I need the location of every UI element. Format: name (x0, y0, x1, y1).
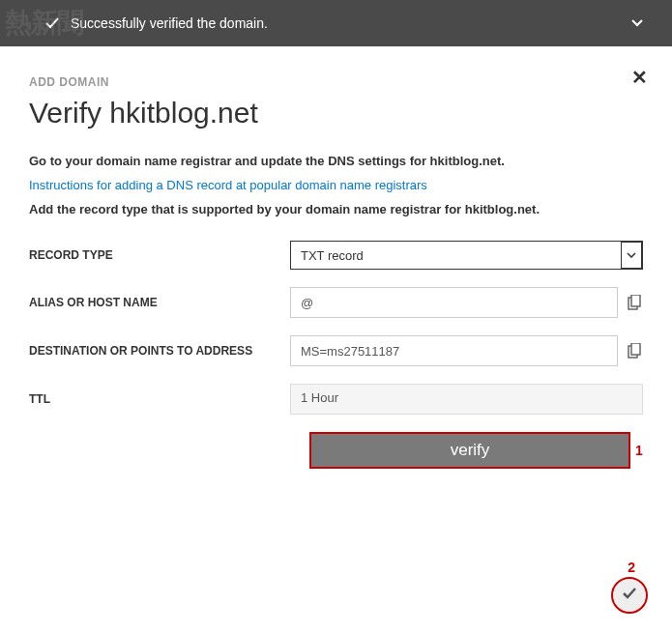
destination-input[interactable] (290, 335, 618, 366)
page-title: Verify hkitblog.net (29, 97, 643, 129)
ttl-label: TTL (29, 392, 290, 406)
form-section: RECORD TYPE TXT record ALIAS OR HOST NAM… (29, 241, 643, 469)
chevron-down-icon[interactable] (631, 16, 643, 30)
record-type-row: RECORD TYPE TXT record (29, 241, 643, 270)
breadcrumb: ADD DOMAIN (29, 75, 643, 89)
destination-label: DESTINATION OR POINTS TO ADDRESS (29, 344, 290, 358)
alias-label: ALIAS OR HOST NAME (29, 296, 290, 309)
notification-bar[interactable]: Successfully verified the domain. (0, 0, 672, 46)
copy-icon[interactable] (626, 294, 643, 311)
instruction-line-1: Go to your domain name registrar and upd… (29, 154, 643, 168)
svg-rect-3 (631, 343, 640, 355)
annotation-1: 1 (635, 443, 643, 458)
record-type-value: TXT record (301, 248, 364, 263)
confirm-button[interactable] (611, 577, 648, 614)
watermark: 熱新聞 (5, 5, 83, 42)
record-type-label: RECORD TYPE (29, 248, 290, 262)
alias-input[interactable] (290, 287, 618, 318)
svg-rect-1 (631, 295, 640, 306)
annotation-2: 2 (628, 560, 635, 575)
ttl-value: 1 Hour (290, 384, 643, 415)
verify-button[interactable]: verify (309, 432, 630, 469)
alias-row: ALIAS OR HOST NAME (29, 287, 643, 318)
main-content: ✕ ADD DOMAIN Verify hkitblog.net Go to y… (0, 46, 672, 469)
notification-text: Successfully verified the domain. (71, 15, 631, 31)
check-icon (620, 584, 639, 607)
close-button[interactable]: ✕ (631, 66, 648, 89)
ttl-row: TTL 1 Hour (29, 384, 643, 415)
instructions-link[interactable]: Instructions for adding a DNS record at … (29, 178, 643, 192)
dropdown-arrow-icon[interactable] (621, 242, 642, 269)
record-type-select[interactable]: TXT record (290, 241, 643, 270)
destination-row: DESTINATION OR POINTS TO ADDRESS (29, 335, 643, 366)
copy-icon[interactable] (626, 342, 643, 360)
instruction-line-2: Add the record type that is supported by… (29, 202, 643, 216)
